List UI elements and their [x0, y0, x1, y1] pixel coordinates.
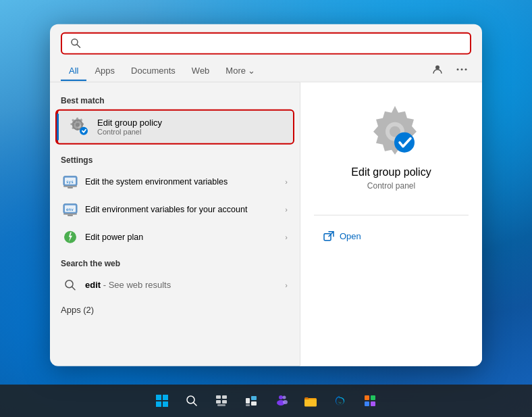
svg-rect-1	[163, 395, 168, 400]
taskview-button[interactable]	[208, 387, 235, 414]
svg-rect-13	[251, 401, 257, 406]
search-taskbar-icon	[186, 395, 198, 407]
svg-rect-3	[163, 401, 168, 407]
search-popup: edit All Apps Documents Web More ⌄	[50, 24, 482, 366]
settings-item-3-text: Edit power plan	[85, 232, 278, 241]
edge-button[interactable]	[327, 387, 354, 414]
chevron-icon-2: ›	[285, 205, 288, 213]
settings-item-env-system[interactable]: sys Edit the system environment variable…	[51, 168, 298, 195]
svg-point-29	[465, 68, 467, 70]
svg-point-27	[457, 68, 459, 70]
env-var-icon-1: sys	[62, 173, 78, 189]
teams-button[interactable]	[267, 387, 294, 414]
main-content: Best match	[50, 82, 482, 366]
settings-item-1-title: Edit the system environment variables	[85, 176, 278, 186]
tab-web[interactable]: Web	[184, 61, 218, 80]
tab-apps[interactable]: Apps	[86, 61, 123, 80]
svg-rect-42	[63, 185, 77, 187]
svg-rect-2	[156, 401, 161, 407]
svg-rect-7	[222, 395, 227, 399]
store-button[interactable]	[356, 387, 383, 414]
svg-rect-6	[216, 395, 221, 399]
svg-point-17	[283, 396, 286, 399]
svg-rect-22	[365, 401, 369, 406]
svg-rect-34	[77, 128, 78, 130]
right-panel: Edit group policy Control panel Open	[300, 82, 482, 366]
best-match-subtitle: Control panel	[97, 128, 282, 136]
web-search-query: edit	[85, 280, 101, 290]
search-icon	[70, 38, 81, 49]
best-match-label: Best match	[50, 90, 300, 107]
power-plan-icon	[62, 228, 78, 245]
svg-text:env: env	[66, 206, 74, 211]
svg-point-32	[76, 122, 80, 126]
web-search-text: edit - See web results	[85, 280, 171, 290]
detail-gear-icon	[365, 102, 419, 156]
left-panel: Best match	[50, 82, 300, 366]
chevron-icon-3: ›	[285, 232, 288, 241]
env-var-icon-2: env	[62, 201, 78, 217]
svg-rect-0	[156, 395, 161, 400]
tabs-right-actions	[428, 59, 471, 81]
person-icon	[432, 64, 443, 74]
taskbar-search-button[interactable]	[178, 387, 205, 414]
search-input-wrapper[interactable]: edit	[61, 32, 471, 54]
best-match-item[interactable]: Edit group policy Control panel	[55, 109, 294, 144]
tab-documents[interactable]: Documents	[123, 61, 184, 80]
chevron-icon-1: ›	[285, 177, 288, 185]
taskview-icon	[215, 395, 228, 407]
search-bar-area: edit	[50, 24, 482, 54]
open-external-icon	[323, 230, 334, 241]
svg-rect-12	[251, 396, 257, 400]
open-button-label: Open	[340, 231, 361, 241]
web-search-item[interactable]: edit - See web results ›	[51, 271, 298, 298]
settings-item-3-title: Edit power plan	[85, 232, 278, 241]
tab-all[interactable]: All	[61, 61, 86, 80]
settings-item-1-text: Edit the system environment variables	[85, 176, 278, 186]
widgets-button[interactable]	[238, 387, 265, 414]
svg-rect-48	[68, 214, 73, 216]
svg-rect-21	[371, 395, 375, 400]
search-input[interactable]: edit	[86, 37, 462, 49]
people-icon-button[interactable]	[428, 59, 447, 78]
svg-line-53	[72, 287, 76, 290]
svg-rect-39	[80, 126, 88, 134]
explorer-icon	[304, 395, 317, 407]
settings-item-env-account[interactable]: env Edit environment variables for your …	[51, 195, 298, 222]
chevron-icon-web: ›	[285, 280, 288, 289]
svg-rect-20	[365, 395, 369, 400]
svg-text:sys: sys	[66, 178, 74, 184]
svg-rect-10	[217, 404, 225, 406]
tab-more[interactable]: More ⌄	[217, 61, 263, 80]
detail-title: Edit group policy	[351, 166, 431, 178]
open-button[interactable]: Open	[314, 226, 371, 246]
store-icon	[364, 395, 376, 407]
settings-item-2-title: Edit environment variables for your acco…	[85, 204, 278, 214]
best-match-text: Edit group policy Control panel	[97, 118, 282, 136]
svg-line-25	[77, 45, 80, 48]
web-search-icon	[62, 276, 78, 293]
web-search-label: Search the web	[50, 253, 300, 270]
svg-rect-23	[371, 401, 375, 406]
svg-rect-36	[81, 124, 83, 125]
svg-rect-9	[222, 400, 227, 403]
explorer-button[interactable]	[297, 387, 324, 414]
detail-subtitle: Control panel	[367, 180, 415, 190]
settings-label: Settings	[50, 149, 300, 167]
svg-point-28	[461, 68, 463, 70]
settings-item-power-plan[interactable]: Edit power plan ›	[51, 223, 298, 250]
svg-rect-14	[246, 404, 250, 406]
apps-footer: Apps (2)	[50, 299, 300, 322]
taskbar	[0, 385, 532, 417]
svg-rect-47	[63, 213, 77, 214]
svg-rect-35	[72, 124, 74, 125]
web-search-suffix: - See web results	[101, 280, 171, 290]
svg-point-15	[279, 395, 283, 399]
more-options-button[interactable]	[452, 59, 471, 78]
search-tabs: All Apps Documents Web More ⌄	[50, 54, 482, 82]
svg-rect-43	[68, 187, 73, 188]
widgets-icon	[245, 395, 257, 407]
svg-rect-8	[216, 400, 221, 403]
start-button[interactable]	[149, 387, 176, 414]
settings-item-2-text: Edit environment variables for your acco…	[85, 204, 278, 214]
